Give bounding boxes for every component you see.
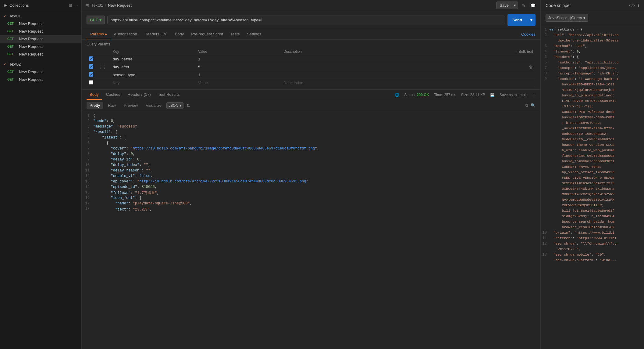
response-tab-body[interactable]: Body xyxy=(87,90,102,100)
save-example-button[interactable]: Save as example xyxy=(500,93,528,97)
param-check-0[interactable] xyxy=(89,56,93,61)
filter-response-icon[interactable]: ⇅ xyxy=(187,103,190,108)
response-area: Body Cookies Headers (17) Test Results 🌐… xyxy=(82,89,540,349)
send-button[interactable]: Send ▾ xyxy=(507,14,535,26)
ep-cover-link[interactable]: http://i0.hdslb.com/bfs/archive/72c51038… xyxy=(139,179,306,184)
param-key-empty[interactable] xyxy=(113,81,193,85)
param-desc-1[interactable] xyxy=(283,65,458,69)
group-check-text02: ✓ xyxy=(4,63,7,66)
format-visualize[interactable]: Visualize xyxy=(143,102,165,109)
url-input[interactable] xyxy=(107,16,505,24)
snippet-line-9c: buvid_fp_plain=undefined; xyxy=(541,93,644,99)
snippet-line-12b: v=\\"8\\"", xyxy=(541,247,644,253)
bulk-edit-button[interactable]: Bulk Edit xyxy=(519,49,533,54)
item-label-6: New Request xyxy=(19,77,43,82)
group-name-text02: Text02 xyxy=(9,62,21,67)
response-status-bar: 🌐 Status: 200 OK Time: 257 ms Size: 23.1… xyxy=(395,93,535,97)
send-arrow-icon[interactable]: ▾ xyxy=(527,16,535,24)
sidebar-item-1[interactable]: GET New Request xyxy=(0,27,81,35)
query-params-title: Query Params xyxy=(87,42,535,46)
snippet-line-9g: buvid3=25B2F288-638D-C8E7 xyxy=(541,115,644,121)
breadcrumb: Text01 / New Request xyxy=(91,3,132,8)
send-label[interactable]: Send xyxy=(507,16,527,24)
method-select[interactable]: GET ▾ xyxy=(87,16,105,24)
param-desc-2[interactable] xyxy=(283,73,458,77)
param-key-2[interactable] xyxy=(113,73,193,77)
param-check-2[interactable] xyxy=(89,72,93,77)
sidebar-item-5[interactable]: GET New Request xyxy=(0,68,81,76)
code-icon[interactable]: </> xyxy=(629,3,635,8)
tab-body[interactable]: Body xyxy=(171,29,188,39)
method-badge-1: GET xyxy=(7,30,17,33)
code-line-7: 7 "cover": "https://i0.hdslb.com/bfs/ban… xyxy=(82,146,540,152)
tab-authorization[interactable]: Authorization xyxy=(110,29,141,39)
param-desc-0[interactable] xyxy=(283,57,458,61)
format-preview[interactable]: Preview xyxy=(121,102,141,109)
param-key-0[interactable] xyxy=(113,57,193,61)
tab-settings[interactable]: Settings xyxy=(243,29,265,39)
snippet-line-8: 8 "accept-language": "zh-CN,zh; xyxy=(541,71,644,77)
response-time: Time: 257 ms xyxy=(434,93,456,97)
tab-prerequest[interactable]: Pre-request Script xyxy=(187,29,227,39)
params-section: Query Params Key Value Description ··· B… xyxy=(82,40,540,89)
language-value: JavaScript - jQuery xyxy=(548,16,582,20)
more-params-icon[interactable]: ··· xyxy=(514,49,518,54)
snippet-line-2b: day_before=1&day_after=5&seas xyxy=(541,38,644,44)
param-desc-empty[interactable] xyxy=(283,81,458,85)
params-table: Key Value Description ··· Bulk Edit xyxy=(87,48,535,87)
param-check-empty[interactable] xyxy=(89,80,93,85)
tab-body-label: Body xyxy=(175,32,184,36)
cookies-link[interactable]: Cookies xyxy=(521,32,535,37)
tab-params[interactable]: Params xyxy=(87,29,110,39)
save-arrow-icon[interactable]: ▾ xyxy=(512,2,518,9)
param-value-2[interactable] xyxy=(198,73,279,77)
comment-icon[interactable]: 💬 xyxy=(529,2,537,9)
filter-icon[interactable]: ⊟ xyxy=(69,3,72,8)
more-response-icon[interactable]: ··· xyxy=(532,93,535,97)
snippet-line-1: 1 var settings = { xyxy=(541,27,644,33)
sidebar-header-left: ⊞ Collections xyxy=(4,2,29,8)
drag-handle-1[interactable]: ⋮⋮ xyxy=(98,65,107,70)
code-line-15: 15 "follows": "1.7万追番", xyxy=(82,190,540,196)
save-button[interactable]: Save ▾ xyxy=(496,2,518,9)
item-label-0: New Request xyxy=(19,21,43,26)
format-raw[interactable]: Raw xyxy=(105,102,119,109)
response-tab-testresults[interactable]: Test Results xyxy=(155,90,183,100)
param-check-1[interactable] xyxy=(89,64,93,69)
param-value-0[interactable] xyxy=(198,57,279,61)
group-name-text01: Text01 xyxy=(9,14,21,18)
param-key-1[interactable] xyxy=(113,65,193,69)
language-select[interactable]: JavaScript - jQuery ▾ xyxy=(546,14,588,22)
response-tab-cookies[interactable]: Cookies xyxy=(103,90,123,100)
format-pretty[interactable]: Pretty xyxy=(87,102,103,109)
sidebar-item-2[interactable]: GET New Request xyxy=(0,35,81,43)
copy-response-icon[interactable]: ⧉ xyxy=(525,103,528,108)
edit-icon[interactable]: ✎ xyxy=(521,2,527,9)
request-tabs: Params Authorization Headers (19) Body P… xyxy=(82,29,540,40)
sidebar-item-0[interactable]: GET New Request xyxy=(0,20,81,27)
format-type-select[interactable]: JSON ▾ xyxy=(166,102,183,109)
snippet-line-9i: _uuid=1E3CDE9F-E239-B77F- xyxy=(541,126,644,132)
tab-tests[interactable]: Tests xyxy=(227,29,243,39)
save-label[interactable]: Save xyxy=(496,2,512,9)
delete-param-1[interactable]: 🗑 xyxy=(529,65,533,70)
info-icon[interactable]: ℹ xyxy=(638,3,639,8)
response-code-area: 1 { 2 "code": 0, 3 "message": "success",… xyxy=(82,111,540,349)
param-value-empty[interactable] xyxy=(198,81,279,85)
tab-headers[interactable]: Headers (19) xyxy=(141,29,171,39)
param-value-1[interactable] xyxy=(198,65,279,69)
code-line-18: 18 "text": "23.2万", xyxy=(82,207,540,212)
sidebar-item-3[interactable]: GET New Request xyxy=(0,43,81,50)
sidebar-group-header-text02[interactable]: ✓ Text02 xyxy=(0,60,81,68)
response-tab-headers[interactable]: Headers (17) xyxy=(125,90,154,100)
request-bar: GET ▾ Send ▾ xyxy=(82,11,540,29)
snippet-line-9r: FEED_LIVE_VERSION=V_HEADE xyxy=(541,176,644,181)
sidebar-item-4[interactable]: GET New Request xyxy=(0,50,81,58)
right-panel-header: Code snippet </> ℹ xyxy=(541,0,644,11)
cover-link[interactable]: https://i0.hdslb.com/bfs/bangumi/image/d… xyxy=(133,146,315,151)
search-response-icon[interactable]: 🔍 xyxy=(531,103,535,108)
more-icon[interactable]: ··· xyxy=(74,3,78,8)
sidebar-group-header-text01[interactable]: ✓ Text01 xyxy=(0,12,81,20)
sidebar-item-6[interactable]: GET New Request xyxy=(0,76,81,83)
response-tab-testresults-label: Test Results xyxy=(158,92,180,97)
